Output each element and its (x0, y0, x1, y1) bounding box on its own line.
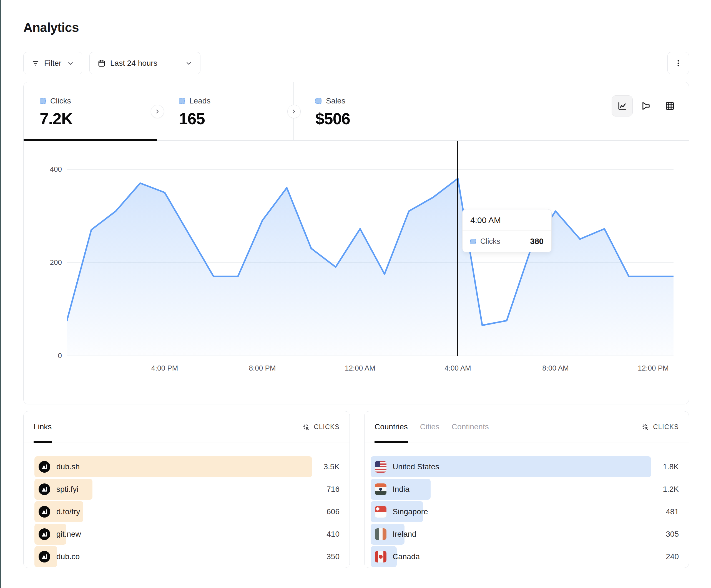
flag-sg-icon (375, 506, 386, 518)
flag-ca-icon (375, 551, 386, 563)
y-axis-tick-label: 0 (24, 351, 62, 360)
cursor-click-icon (302, 423, 310, 431)
list-item-spti-fyi[interactable]: spti.fyi716 (35, 479, 340, 500)
chart-tooltip: 4:00 AM Clicks 380 (462, 209, 552, 252)
chevron-right-icon (291, 109, 297, 115)
clicks-value: 7.2K (40, 109, 157, 128)
row-value: 481 (666, 507, 679, 516)
list-item-d-to-try[interactable]: d.to/try606 (35, 501, 340, 522)
tooltip-series-label: Clicks (480, 237, 500, 246)
filter-button-label: Filter (44, 59, 61, 68)
list-item-united-states[interactable]: United States1.8K (371, 456, 679, 477)
tab-links[interactable]: Links (34, 411, 52, 442)
metric-label: CLICKS (653, 423, 679, 431)
links-panel: Links CLICKS dub.sh3.5Kspti.fyi716d.to/t… (23, 411, 350, 568)
area-chart-svg (67, 169, 673, 357)
row-value: 1.8K (663, 462, 679, 471)
countries-panel: CountriesCitiesContinents CLICKS United … (364, 411, 689, 568)
row-label: d.to/try (56, 507, 80, 516)
filter-icon (31, 59, 40, 67)
flag-in-icon (375, 483, 386, 495)
table-grid-toggle-button[interactable] (659, 95, 681, 116)
y-axis-tick-label: 200 (24, 258, 62, 267)
row-label: Singapore (392, 507, 428, 516)
table-grid-icon (665, 101, 675, 111)
analytics-page: Analytics Filter Last 24 hours Clicks 7.… (0, 0, 711, 588)
leads-value: 165 (179, 109, 294, 128)
tab-continents[interactable]: Continents (452, 411, 489, 442)
chevron-down-icon (185, 60, 192, 67)
leads-legend-square-icon (179, 98, 185, 104)
row-label: United States (392, 462, 439, 471)
row-label: Ireland (392, 530, 416, 539)
chevron-down-icon (67, 60, 74, 67)
x-axis-tick-label: 8:00 PM (235, 364, 290, 372)
flag-us-icon (375, 461, 386, 473)
funnel-chart-icon (641, 101, 651, 111)
row-label: spti.fyi (56, 485, 78, 494)
cursor-click-icon (641, 423, 650, 431)
row-value: 3.5K (323, 462, 340, 471)
date-range-label: Last 24 hours (110, 59, 157, 68)
tab-leads[interactable]: Leads 165 (157, 82, 294, 140)
x-axis-tick-label: 4:00 AM (430, 364, 486, 372)
funnel-chart-toggle-button[interactable] (635, 95, 656, 116)
row-value: 1.2K (663, 485, 679, 494)
list-item-ireland[interactable]: Ireland305 (371, 524, 679, 545)
stats-tabs-row: Clicks 7.2K Leads 165 Sales $506 (24, 82, 689, 141)
tab-countries[interactable]: Countries (374, 411, 408, 442)
tab-cities[interactable]: Cities (420, 411, 439, 442)
next-metric-chevron-button[interactable] (151, 105, 164, 118)
tab-label: Countries (374, 423, 408, 431)
list-item-git-new[interactable]: git.new410 (35, 524, 340, 545)
tab-clicks[interactable]: Clicks 7.2K (24, 82, 157, 140)
x-axis-tick-label: 12:00 PM (625, 364, 681, 372)
stat-label: Sales (326, 96, 345, 106)
analytics-chart-card: Clicks 7.2K Leads 165 Sales $506 (23, 82, 689, 404)
kebab-menu-icon (674, 59, 683, 67)
links-metric-selector[interactable]: CLICKS (302, 423, 340, 431)
tooltip-value: 380 (530, 237, 544, 246)
tab-label: Continents (452, 423, 489, 431)
flag-ie-icon (375, 528, 386, 540)
sales-legend-square-icon (316, 98, 322, 104)
row-label: dub.co (56, 552, 80, 561)
clicks-legend-square-icon (40, 98, 46, 104)
tab-label: Cities (420, 423, 439, 431)
countries-metric-selector[interactable]: CLICKS (641, 423, 679, 431)
tab-label: Links (34, 423, 52, 431)
left-edge-strip (0, 0, 1, 588)
row-label: git.new (56, 530, 81, 539)
filter-button[interactable]: Filter (23, 52, 82, 74)
more-options-button[interactable] (667, 52, 689, 74)
date-range-button[interactable]: Last 24 hours (89, 52, 200, 74)
tooltip-time: 4:00 AM (462, 209, 552, 231)
clicks-legend-square-icon (470, 239, 476, 244)
dub-logo-icon (39, 483, 50, 495)
list-item-dub-co[interactable]: dub.co350 (35, 546, 340, 567)
row-value: 410 (326, 530, 340, 539)
list-item-canada[interactable]: Canada240 (371, 546, 679, 567)
chevron-right-icon (154, 109, 160, 115)
dub-logo-icon (39, 528, 50, 540)
list-item-dub-sh[interactable]: dub.sh3.5K (35, 456, 340, 477)
x-axis-tick-label: 8:00 AM (528, 364, 583, 372)
chart-hover-crosshair (457, 141, 458, 356)
page-title: Analytics (23, 20, 79, 35)
row-value: 350 (326, 552, 340, 561)
line-chart-toggle-button[interactable] (611, 95, 633, 116)
row-value: 240 (666, 552, 679, 561)
next-metric-chevron-button[interactable] (287, 105, 301, 118)
row-label: Canada (392, 552, 420, 561)
x-axis-tick-label: 12:00 AM (332, 364, 388, 372)
row-value: 305 (666, 530, 679, 539)
row-value: 716 (326, 485, 340, 494)
list-item-singapore[interactable]: Singapore481 (371, 501, 679, 522)
stat-label: Leads (189, 96, 211, 106)
chart-type-toggles (611, 95, 681, 116)
list-item-india[interactable]: India1.2K (371, 479, 679, 500)
x-axis-tick-label: 4:00 PM (137, 364, 192, 372)
y-axis-tick-label: 400 (24, 165, 62, 174)
line-chart-icon (617, 101, 627, 111)
dub-logo-icon (39, 461, 50, 473)
